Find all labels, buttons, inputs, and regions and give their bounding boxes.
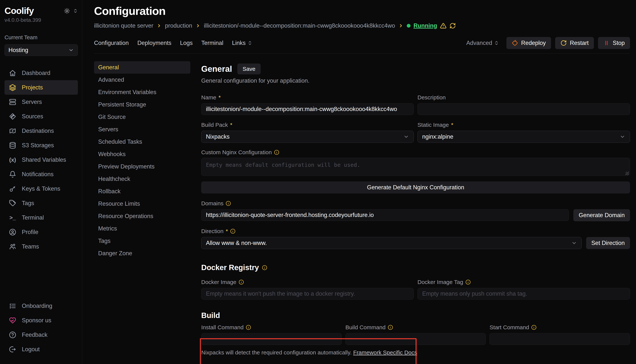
sidebar-item-dashboard[interactable]: Dashboard (5, 66, 78, 80)
map-icon (9, 127, 16, 134)
tab-deployments[interactable]: Deployments (137, 40, 171, 46)
subnav-advanced[interactable]: Advanced (94, 74, 190, 86)
generate-nginx-button[interactable]: Generate Default Nginx Configuration (201, 182, 630, 194)
docker-image-tag-input[interactable] (417, 288, 630, 300)
tab-links[interactable]: Links (232, 40, 252, 46)
sidebar-item-s3-storages[interactable]: S3 Storages (5, 138, 78, 152)
breadcrumb-project[interactable]: illicitonion quote server (94, 22, 153, 29)
sidebar-item-destinations[interactable]: Destinations (5, 124, 78, 138)
sidebar-item-servers[interactable]: Servers (5, 95, 78, 109)
sidebar-item-keys-tokens[interactable]: Keys & Tokens (5, 182, 78, 196)
sidebar-item-sources[interactable]: Sources (5, 109, 78, 124)
subnav-tags[interactable]: Tags (94, 235, 190, 247)
subnav-environment-variables[interactable]: Environment Variables (94, 86, 190, 98)
sidebar-item-logout[interactable]: Logout (5, 342, 78, 356)
subnav-preview-deployments[interactable]: Preview Deployments (94, 160, 190, 173)
build-command-label: Build Command (345, 324, 486, 330)
subnav-resource-operations[interactable]: Resource Operations (94, 210, 190, 222)
build-pack-select[interactable]: Nixpacks (201, 131, 414, 143)
subnav-resource-limits[interactable]: Resource Limits (94, 198, 190, 210)
restart-button[interactable]: Restart (555, 37, 594, 49)
info-icon[interactable] (388, 325, 393, 330)
domains-input[interactable] (201, 209, 569, 221)
sidebar-item-label: Shared Variables (22, 156, 66, 163)
info-icon[interactable] (262, 265, 267, 270)
sidebar-footer-nav: Onboarding Sponsor us Feedback Logout (5, 299, 78, 356)
breadcrumb-application[interactable]: illicitestonion/-module--decomposition:m… (204, 22, 395, 29)
sidebar-item-feedback[interactable]: Feedback (5, 328, 78, 342)
sidebar-item-projects[interactable]: Projects (5, 80, 78, 95)
subnav-webhooks[interactable]: Webhooks (94, 148, 190, 160)
chevron-down-icon (68, 47, 74, 53)
save-button[interactable]: Save (237, 64, 261, 74)
subnav-metrics[interactable]: Metrics (94, 222, 190, 235)
tab-bar: Configuration Deployments Logs Terminal … (94, 37, 630, 49)
app-version: v4.0.0-beta.399 (5, 17, 41, 23)
sidebar-item-shared-variables[interactable]: (x) Shared Variables (5, 152, 78, 167)
info-icon[interactable] (531, 325, 537, 330)
start-command-input[interactable] (490, 333, 630, 345)
info-icon[interactable] (246, 325, 251, 330)
subnav-healthcheck[interactable]: Healthcheck (94, 173, 190, 185)
sidebar-item-teams[interactable]: Teams (5, 239, 78, 254)
chevrons-up-down-icon (494, 40, 499, 46)
subnav-git-source[interactable]: Git Source (94, 111, 190, 123)
user-circle-icon (9, 228, 16, 236)
subnav-general[interactable]: General (94, 61, 190, 74)
server-icon (9, 98, 16, 106)
theme-toggle-sun-icon[interactable] (64, 8, 70, 14)
sidebar-item-sponsor[interactable]: Sponsor us (5, 313, 78, 328)
generate-domain-button[interactable]: Generate Domain (573, 209, 630, 221)
general-settings-form: General Save General configuration for y… (201, 61, 630, 364)
info-icon[interactable] (274, 150, 279, 155)
static-image-select[interactable]: nginx:alpine (417, 131, 630, 143)
sidebar-item-onboarding[interactable]: Onboarding (5, 299, 78, 313)
subnav-rollback[interactable]: Rollback (94, 185, 190, 198)
docker-image-input[interactable] (201, 288, 414, 300)
theme-mode-chevrons-icon[interactable] (73, 8, 78, 13)
info-icon[interactable] (466, 280, 471, 285)
info-icon[interactable] (239, 280, 244, 285)
tabbar-divider (94, 54, 630, 54)
tab-terminal[interactable]: Terminal (201, 40, 224, 46)
sidebar-item-label: Terminal (22, 214, 44, 221)
install-command-input[interactable] (201, 333, 342, 345)
sidebar-item-tags[interactable]: Tags (5, 196, 78, 210)
refresh-icon[interactable] (450, 22, 456, 29)
direction-select[interactable]: Allow www & non-www. (201, 237, 582, 249)
tab-configuration[interactable]: Configuration (94, 40, 129, 46)
team-select[interactable]: Hosting (5, 44, 78, 56)
tab-logs[interactable]: Logs (180, 40, 192, 46)
description-input[interactable] (417, 103, 630, 115)
subnav-scheduled-tasks[interactable]: Scheduled Tasks (94, 136, 190, 148)
custom-nginx-textarea[interactable] (201, 158, 630, 176)
chevrons-up-down-icon (248, 40, 252, 46)
sidebar-item-label: Projects (22, 84, 43, 91)
terminal-icon: >_ (9, 214, 16, 221)
status-indicator: Running (407, 22, 456, 29)
build-command-input[interactable] (345, 333, 486, 345)
sidebar-item-profile[interactable]: Profile (5, 225, 78, 239)
info-icon[interactable] (230, 228, 236, 234)
framework-docs-link[interactable]: Framework Specific Docs (353, 349, 417, 356)
sidebar-item-notifications[interactable]: Notifications (5, 167, 78, 182)
sidebar: Coolify v4.0.0-beta.399 Current Team Hos… (0, 0, 82, 364)
redeploy-button[interactable]: Redeploy (506, 37, 551, 49)
advanced-dropdown[interactable]: Advanced (466, 40, 499, 46)
stop-button[interactable]: Stop (598, 37, 630, 49)
sidebar-item-label: Keys & Tokens (22, 186, 60, 192)
chevron-down-icon (571, 240, 577, 246)
name-input[interactable] (201, 103, 414, 115)
required-mark: * (219, 94, 221, 101)
sidebar-item-label: Sources (22, 113, 43, 120)
sidebar-item-terminal[interactable]: >_ Terminal (5, 210, 78, 225)
description-label: Description (417, 94, 630, 101)
status-running-link[interactable]: Running (413, 22, 437, 29)
subnav-persistent-storage[interactable]: Persistent Storage (94, 98, 190, 111)
set-direction-button[interactable]: Set Direction (586, 237, 630, 249)
breadcrumb-environment[interactable]: production (165, 22, 192, 29)
subnav-danger-zone[interactable]: Danger Zone (94, 247, 190, 260)
subnav-servers[interactable]: Servers (94, 123, 190, 136)
info-icon[interactable] (226, 201, 231, 206)
warning-triangle-icon[interactable] (440, 22, 447, 29)
